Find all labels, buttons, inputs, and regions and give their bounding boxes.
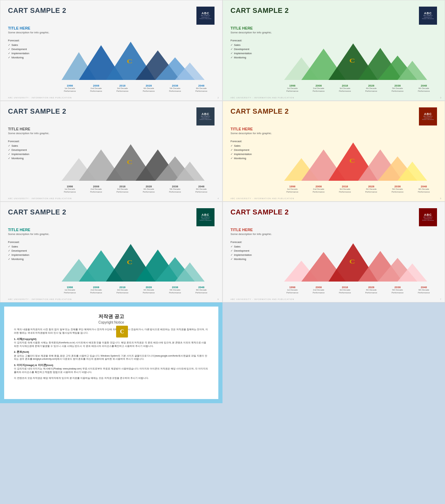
svg-text:C: C: [127, 160, 132, 165]
slide-6-page: 7: [440, 298, 441, 300]
copyright-section-3: 3. 이미지(image) & 아이콘(icon) 이 강의자료 내의 이미지는…: [14, 363, 209, 374]
slide-3-body: Forecast: ✓Sales ✓Development ✓Implement…: [8, 136, 215, 194]
slide-6-xaxis: 19981st DecadePerformance 20082nd Decade…: [279, 286, 437, 294]
slide-3-xaxis: 19981st DecadePerformance 20082nd Decade…: [57, 185, 215, 194]
slide-3-footer: ABC UNIVERSITY - INFORMATION AND PUBLICA…: [8, 197, 72, 200]
copyright-title-kr: 저작권 공고: [14, 314, 209, 320]
slide-1-body: Forecast: ✓Sales ✓Development ✓Implement…: [8, 35, 215, 93]
slide-3-subtitle: TITLE HERE: [8, 127, 215, 131]
mountain-chart-6: C: [279, 240, 437, 285]
mountain-chart-4: C: [279, 139, 437, 184]
slide-4-subtitle: TITLE HERE: [230, 127, 437, 131]
slide-4-desc: Some description for info graphic.: [230, 132, 437, 135]
slide-2-body: Forecast: ✓Sales ✓Development ✓Implement…: [230, 35, 437, 93]
slide-5-footer: ABC UNIVERSITY - INFORMATION AND PUBLICA…: [8, 298, 72, 300]
slide-2-title: CART SAMPLE 2: [230, 7, 289, 15]
slide-5-header: CART SAMPLE 2 ABC ABC BRANCHUNIVERSITYSc…: [8, 208, 215, 226]
mountain-chart-1: C: [57, 38, 215, 83]
slide-1-footer: ABC UNIVERSITY - INFORMATION AND PUBLICA…: [8, 97, 72, 99]
copyright-section-outro: 이 컨텐츠의 모든 저작권은 해당 제작자에게 있으며 본 자료를 이용하실 때…: [14, 376, 209, 380]
slide-5-left: Forecast: ✓Sales ✓Development ✓Implement…: [8, 237, 57, 294]
copyright-wrapper: 저작권 공고 Copyright Notice C 이 책의 내용을 저작권자의…: [0, 302, 222, 403]
slide-5: CART SAMPLE 2 ABC ABC BRANCHUNIVERSITYSc…: [0, 202, 222, 302]
slide-1-logo: ABC ABC BRANCHUNIVERSITYSchool of Busine…: [196, 7, 215, 25]
slide-5-subtitle: TITLE HERE: [8, 228, 215, 232]
slide-5-chart: C 19981st DecadePerformance 20082nd Deca…: [57, 237, 215, 294]
copyright-body: 이 책의 내용을 저작권자의 사전 동의 없이 일부 또는 전체를 무단 복제하…: [14, 328, 209, 380]
slide-4-page: 5: [440, 197, 441, 200]
slide-3-desc: Some description for info graphic.: [8, 132, 215, 135]
svg-text:C: C: [127, 260, 132, 266]
slide-5-page: 6: [218, 298, 219, 300]
slide-2-footer: ABC UNIVERSITY - INFORMATION AND PUBLICA…: [230, 97, 294, 99]
checklist-item: ✓Monitoring: [8, 56, 57, 59]
slide-2-left: Forecast: ✓Sales ✓Development ✓Implement…: [230, 35, 279, 93]
slide-3-header: CART SAMPLE 2 ABC ABC BRANCHUNIVERSITYSc…: [8, 107, 215, 125]
copyright-panel: 저작권 공고 Copyright Notice C 이 책의 내용을 저작권자의…: [4, 307, 218, 399]
slide-4-logo: ABC ABC BRANCHUNIVERSITYSchool of Busine…: [419, 107, 437, 125]
slide-6-title: CART SAMPLE 2: [230, 208, 289, 216]
slide-1-header: CART SAMPLE 2 ABC ABC BRANCHUNIVERSITYSc…: [8, 7, 215, 25]
row-3: CART SAMPLE 2 ABC ABC BRANCHUNIVERSITYSc…: [0, 202, 445, 302]
svg-text:C: C: [349, 259, 355, 265]
slide-6-logo: ABC ABC BRANCHUNIVERSITYSchool of Busine…: [419, 208, 437, 226]
slide-6-body: Forecast: ✓Sales ✓Development ✓Implement…: [230, 237, 437, 294]
slide-4-footer: ABC UNIVERSITY - INFORMATION AND PUBLICA…: [230, 197, 294, 200]
slide-2: CART SAMPLE 2 ABC ABC BRANCHUNIVERSITYSc…: [222, 0, 445, 101]
slide-6-header: CART SAMPLE 2 ABC ABC BRANCHUNIVERSITYSc…: [230, 208, 437, 226]
slide-4-chart: C 19981st DecadePerformance 20082nd Deca…: [279, 136, 437, 194]
checklist-item: ✓Sales: [8, 43, 57, 47]
slide-2-xaxis: 19981st DecadePerformance 20082nd Decade…: [279, 84, 437, 93]
slide-5-desc: Some description for info graphic.: [8, 233, 215, 236]
slide-5-body: Forecast: ✓Sales ✓Development ✓Implement…: [8, 237, 215, 294]
slide-2-logo: ABC ABC BRANCHUNIVERSITYSchool of Busine…: [419, 7, 437, 25]
slide-4: CART SAMPLE 2 ABC ABC BRANCHUNIVERSITYSc…: [222, 101, 445, 202]
slide-2-header: CART SAMPLE 2 ABC ABC BRANCHUNIVERSITYSc…: [230, 7, 437, 25]
copyright-section-2: 2. 폰트(font) 본 강의는 고퀄리티 정보 제공을 위해 돋움, 맑은 …: [14, 350, 209, 361]
slide-4-left: Forecast: ✓Sales ✓Development ✓Implement…: [230, 136, 279, 194]
row-1: CART SAMPLE 2 ABC ABC BRANCHUNIVERSITYSc…: [0, 0, 445, 101]
copyright-section-intro: 이 책의 내용을 저작권자의 사전 동의 없이 일부 또는 전체를 무단 복제하…: [14, 328, 209, 335]
mountain-chart-2: C: [279, 38, 437, 83]
checklist-item: ✓Implementation: [8, 52, 57, 55]
slide-3-title: CART SAMPLE 2: [8, 107, 66, 115]
slide-3-chart: C 19981st DecadePerformance 20082nd Deca…: [57, 136, 215, 194]
slide-1-desc: Some description for info graphic.: [8, 31, 215, 34]
slide-3-page: 4: [218, 197, 219, 200]
slide-4-header: CART SAMPLE 2 ABC ABC BRANCHUNIVERSITYSc…: [230, 107, 437, 125]
copyright-title-en: Copyright Notice: [14, 320, 209, 324]
empty-panel: [222, 302, 445, 403]
slide-1-xaxis: 19981st DecadePerformance 20082nd Decade…: [57, 84, 215, 93]
svg-text:C: C: [349, 58, 355, 64]
slide-3: CART SAMPLE 2 ABC ABC BRANCHUNIVERSITYSc…: [0, 101, 222, 202]
slide-1: CART SAMPLE 2 ABC ABC BRANCHUNIVERSITYSc…: [0, 0, 222, 101]
slide-1-subtitle: TITLE HERE: [8, 26, 215, 30]
slide-4-title: CART SAMPLE 2: [230, 107, 289, 115]
slide-4-xaxis: 19981st DecadePerformance 20082nd Decade…: [279, 185, 437, 194]
slide-6-left: Forecast: ✓Sales ✓Development ✓Implement…: [230, 237, 279, 294]
slide-1-chart: C 19981st DecadePerformance 20082nd Deca…: [57, 35, 215, 93]
mountain-chart-3: C: [57, 139, 215, 184]
svg-text:C: C: [127, 59, 132, 65]
slide-2-chart: C 19981st DecadePerformance 20082nd Deca…: [279, 35, 437, 93]
slide-6-footer: ABC UNIVERSITY - INFORMATION AND PUBLICA…: [230, 298, 294, 300]
slide-3-left: Forecast: ✓Sales ✓Development ✓Implement…: [8, 136, 57, 194]
slide-2-desc: Some description for info graphic.: [230, 31, 437, 34]
mountain-chart-5: C: [57, 240, 215, 285]
slide-5-title: CART SAMPLE 2: [8, 208, 66, 216]
svg-text:C: C: [349, 158, 355, 164]
slide-2-subtitle: TITLE HERE: [230, 26, 437, 30]
slide-1-left: Forecast: ✓Sales ✓Development ✓Implement…: [8, 35, 57, 93]
slide-4-body: Forecast: ✓Sales ✓Development ✓Implement…: [230, 136, 437, 194]
copyright-logo: C: [116, 326, 128, 338]
slide-6: CART SAMPLE 2 ABC ABC BRANCHUNIVERSITYSc…: [222, 202, 445, 302]
slide-6-subtitle: TITLE HERE: [230, 228, 437, 232]
slide-1-title: CART SAMPLE 2: [8, 7, 66, 15]
slide-5-logo: ABC ABC BRANCHUNIVERSITYSchool of Busine…: [196, 208, 215, 226]
slide-2-page: 3: [440, 97, 441, 99]
slide-6-chart: C 19981st DecadePerformance 20082nd Deca…: [279, 237, 437, 294]
row-2: CART SAMPLE 2 ABC ABC BRANCHUNIVERSITYSc…: [0, 101, 445, 202]
slide-5-xaxis: 19981st DecadePerformance 20082nd Decade…: [57, 286, 215, 294]
slide-3-logo: ABC ABC BRANCHUNIVERSITYSchool of Busine…: [196, 107, 215, 125]
copyright-section-1: 1. 서체(Copyright) 이 강의자료 속에 사용한 서체는 한국폰트(…: [14, 337, 209, 348]
